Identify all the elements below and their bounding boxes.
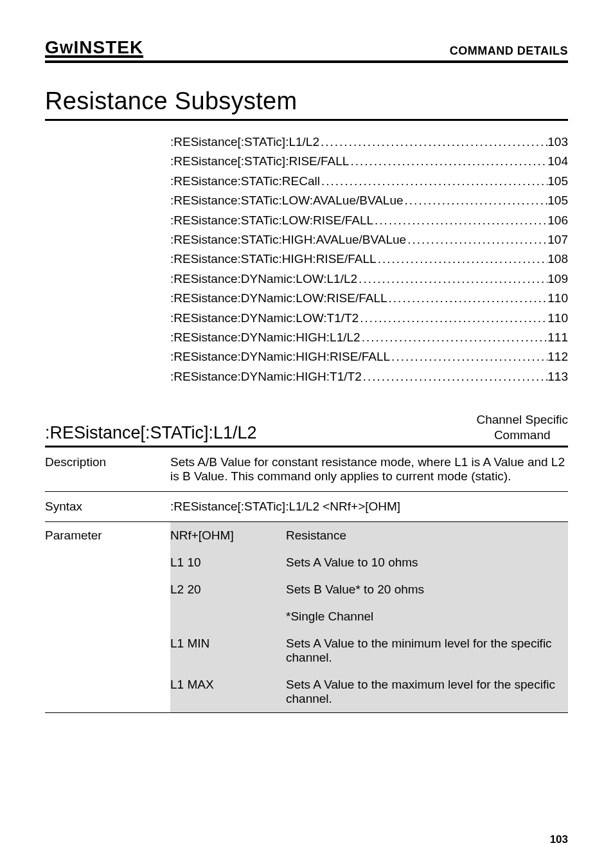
toc-dots <box>360 328 548 347</box>
page-header: GWINSTEK COMMAND DETAILS <box>45 37 568 63</box>
toc-label: :RESistance:DYNamic:LOW:T1/T2 <box>170 309 359 328</box>
toc-label: :RESistance[:STATic]:L1/L2 <box>170 132 319 152</box>
toc-label: :RESistance:DYNamic:HIGH:RISE/FALL <box>170 347 390 366</box>
toc-page: 110 <box>547 309 568 328</box>
toc-label: :RESistance:DYNamic:LOW:RISE/FALL <box>170 289 387 308</box>
page-title: Resistance Subsystem <box>45 87 568 115</box>
toc-dots <box>319 132 547 152</box>
toc-page: 107 <box>547 230 568 249</box>
toc-dots <box>362 367 548 386</box>
toc-label: :RESistance:STATic:LOW:RISE/FALL <box>170 211 373 230</box>
toc-page: 110 <box>547 289 568 308</box>
toc-dots <box>390 347 547 366</box>
toc-label: :RESistance[:STATic]:RISE/FALL <box>170 152 349 171</box>
toc-label: :RESistance:DYNamic:HIGH:T1/T2 <box>170 367 362 386</box>
parameter-meaning: *Single Channel <box>286 603 568 630</box>
command-badge: Channel Specific Command <box>476 412 568 443</box>
toc-page: 111 <box>547 328 568 347</box>
section-title: COMMAND DETAILS <box>450 44 568 58</box>
toc-label: :RESistance:DYNamic:LOW:L1/L2 <box>170 269 357 289</box>
parameter-label: Parameter <box>45 522 170 712</box>
parameter-arg <box>170 603 286 630</box>
toc-label: :RESistance:STATic:RECall <box>170 172 320 191</box>
toc-entry: :RESistance[:STATic]:L1/L2103 <box>170 132 568 152</box>
toc-dots <box>387 289 548 308</box>
syntax-text: :RESistance[:STATic]:L1/L2 <NRf+>[OHM] <box>170 491 568 521</box>
toc-dots <box>359 309 547 328</box>
toc-page: 103 <box>547 132 568 152</box>
parameter-arg: L2 20 <box>170 576 286 603</box>
toc-dots <box>373 211 547 230</box>
toc-dots <box>406 230 547 249</box>
toc-entry: :RESistance:DYNamic:HIGH:RISE/FALL112 <box>170 347 568 366</box>
description-text: Sets A/B Value for constant resistance m… <box>170 448 568 492</box>
description-label: Description <box>45 448 170 492</box>
parameter-meaning: Resistance <box>286 522 568 549</box>
toc-label: :RESistance:STATic:HIGH:AVALue/BVALue <box>170 230 406 249</box>
toc-entry: :RESistance:STATic:RECall105 <box>170 172 568 191</box>
parameter-arg: L1 MIN <box>170 630 286 671</box>
brand-logo: GWINSTEK <box>45 37 143 58</box>
toc-entry: :RESistance:STATic:LOW:RISE/FALL106 <box>170 211 568 230</box>
toc-page: 109 <box>547 269 568 289</box>
toc-label: :RESistance:DYNamic:HIGH:L1/L2 <box>170 328 360 347</box>
toc-entry: :RESistance:DYNamic:HIGH:T1/T2113 <box>170 367 568 386</box>
toc-entry: :RESistance:DYNamic:HIGH:L1/L2111 <box>170 328 568 347</box>
toc-entry: :RESistance:STATic:HIGH:RISE/FALL108 <box>170 249 568 269</box>
parameter-meaning: Sets A Value to 10 ohms <box>286 549 568 576</box>
command-title: :RESistance[:STATic]:L1/L2 <box>45 423 257 443</box>
toc-dots <box>357 269 547 289</box>
page-number: 103 <box>550 833 568 846</box>
parameter-meaning: Sets A Value to the maximum level for th… <box>286 671 568 712</box>
syntax-label: Syntax <box>45 491 170 521</box>
command-badge-line2: Command <box>494 428 551 442</box>
toc-dots <box>404 191 548 210</box>
parameter-arg: L1 10 <box>170 549 286 576</box>
parameter-table: Parameter NRf+[OHM] Resistance L1 10 Set… <box>45 522 568 713</box>
toc-label: :RESistance:STATic:LOW:AVALue/BVALue <box>170 191 404 210</box>
toc-entry: :RESistance[:STATic]:RISE/FALL104 <box>170 152 568 171</box>
toc-dots <box>320 172 547 191</box>
parameter-arg: L1 MAX <box>170 671 286 712</box>
parameter-meaning: Sets B Value* to 20 ohms <box>286 576 568 603</box>
table-of-contents: :RESistance[:STATic]:L1/L2103 :RESistanc… <box>170 132 568 386</box>
toc-entry: :RESistance:DYNamic:LOW:T1/T2110 <box>170 309 568 328</box>
toc-entry: :RESistance:DYNamic:LOW:RISE/FALL110 <box>170 289 568 308</box>
toc-label: :RESistance:STATic:HIGH:RISE/FALL <box>170 249 377 269</box>
toc-dots <box>377 249 548 269</box>
toc-dots <box>349 152 547 171</box>
toc-page: 104 <box>547 152 568 171</box>
toc-page: 113 <box>547 367 568 386</box>
toc-page: 112 <box>547 347 568 366</box>
parameter-arg: NRf+[OHM] <box>170 522 286 549</box>
toc-entry: :RESistance:STATic:HIGH:AVALue/BVALue107 <box>170 230 568 249</box>
toc-page: 106 <box>547 211 568 230</box>
toc-page: 105 <box>547 191 568 210</box>
command-header: :RESistance[:STATic]:L1/L2 Channel Speci… <box>45 412 568 443</box>
command-detail-table: Description Sets A/B Value for constant … <box>45 448 568 522</box>
parameter-meaning: Sets A Value to the minimum level for th… <box>286 630 568 671</box>
toc-page: 105 <box>547 172 568 191</box>
heading-divider <box>45 119 568 121</box>
toc-page: 108 <box>547 249 568 269</box>
command-badge-line1: Channel Specific <box>476 413 568 426</box>
toc-entry: :RESistance:DYNamic:LOW:L1/L2109 <box>170 269 568 289</box>
toc-entry: :RESistance:STATic:LOW:AVALue/BVALue105 <box>170 191 568 210</box>
